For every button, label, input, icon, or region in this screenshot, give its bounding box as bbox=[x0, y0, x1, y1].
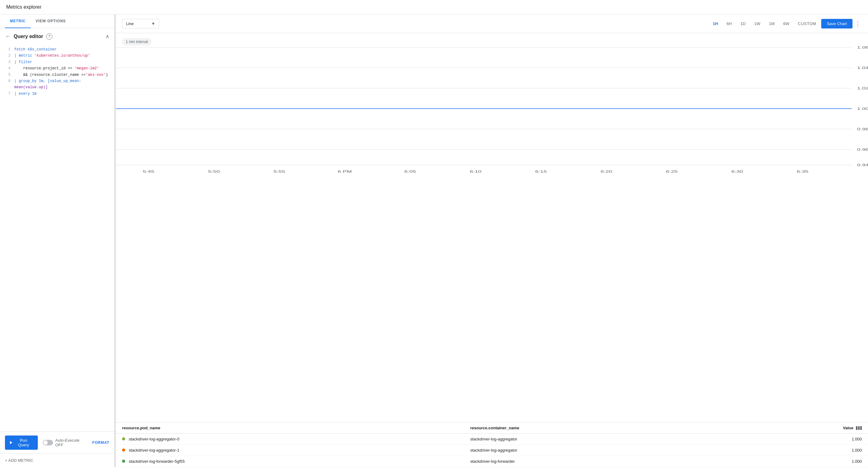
format-button[interactable]: FORMAT bbox=[92, 440, 110, 445]
svg-text:1.04: 1.04 bbox=[857, 66, 868, 70]
chart-area: 1 min interval 1.06 1.04 1.02 1.00 bbox=[116, 33, 868, 422]
row-dot-3 bbox=[122, 460, 125, 463]
container-name-cell: stackdriver-log-aggregator bbox=[470, 437, 818, 441]
time-btn-1w[interactable]: 1W bbox=[751, 20, 764, 28]
data-table: resource.pod_name resource.container_nam… bbox=[116, 422, 868, 467]
tab-metric[interactable]: METRIC bbox=[5, 14, 31, 28]
query-editor-title: Query editor bbox=[13, 34, 43, 39]
svg-text:6:20: 6:20 bbox=[601, 170, 613, 173]
back-arrow-icon[interactable]: ← bbox=[5, 33, 10, 40]
pod-name-cell: stackdriver-log-aggregator-0 bbox=[122, 437, 470, 441]
time-btn-1h[interactable]: 1H bbox=[709, 20, 722, 28]
table-row: stackdriver-log-forwarder-5gf55 stackdri… bbox=[116, 456, 868, 467]
col-pod-name-header: resource.pod_name bbox=[122, 426, 470, 430]
chart-type-select[interactable]: Line ▼ bbox=[122, 19, 159, 29]
col-value-header: Value bbox=[818, 426, 862, 430]
container-name-cell: stackdriver-log-aggregator bbox=[470, 448, 818, 453]
query-editor-section: ← Query editor ? ∧ 1 fetch k8s_container… bbox=[0, 28, 114, 432]
svg-text:0.94: 0.94 bbox=[857, 163, 868, 167]
save-chart-button[interactable]: Save Chart bbox=[821, 19, 852, 29]
chart-svg: 1.06 1.04 1.02 1.00 0.98 0.96 0.94 5:45 … bbox=[116, 38, 868, 174]
tabs-bar: METRIC VIEW OPTIONS bbox=[0, 14, 114, 28]
time-range-buttons: 1H 6H 1D 1W 1M 6W CUSTOM Save Chart ⋮ bbox=[709, 19, 862, 29]
svg-text:6:15: 6:15 bbox=[535, 170, 547, 173]
svg-text:6:35: 6:35 bbox=[797, 170, 808, 173]
code-line-2: 2 | metric 'kubernetes.io/anthos/up' bbox=[5, 53, 110, 59]
pod-name-cell: stackdriver-log-aggregator-1 bbox=[122, 448, 470, 453]
auto-execute-label: Auto-Execute OFF bbox=[56, 438, 87, 447]
chart-type-label: Line bbox=[126, 21, 134, 26]
code-block: 1 fetch k8s_container 2 | metric 'kubern… bbox=[5, 44, 110, 427]
app-header: Metrics explorer bbox=[0, 0, 868, 14]
svg-text:1.02: 1.02 bbox=[857, 86, 868, 90]
svg-text:6:10: 6:10 bbox=[470, 170, 482, 173]
row-dot-1 bbox=[122, 437, 125, 440]
code-line-5: 5 && (resource.cluster_name =='aks-nov') bbox=[5, 72, 110, 78]
svg-text:0.96: 0.96 bbox=[857, 148, 868, 152]
dropdown-arrow-icon: ▼ bbox=[151, 21, 155, 26]
left-panel-bottom: Run Query Auto-Execute OFF FORMAT bbox=[0, 432, 114, 454]
run-query-button[interactable]: Run Query bbox=[5, 435, 38, 450]
more-options-icon[interactable]: ⋮ bbox=[854, 19, 862, 29]
value-cell: 1.000 bbox=[818, 459, 862, 464]
code-line-6: 6 | group_by 1m, [value_up_mean: bbox=[5, 78, 110, 84]
collapse-icon[interactable]: ∧ bbox=[105, 33, 110, 39]
main-layout: METRIC VIEW OPTIONS ← Query editor ? ∧ 1… bbox=[0, 14, 868, 467]
container-name-cell: stackdriver-log-forwarder bbox=[470, 459, 818, 464]
play-icon bbox=[10, 441, 12, 444]
svg-text:5:55: 5:55 bbox=[274, 170, 285, 173]
tab-view-options[interactable]: VIEW OPTIONS bbox=[31, 14, 71, 28]
chart-svg-container: 1.06 1.04 1.02 1.00 0.98 0.96 0.94 5:45 … bbox=[116, 38, 868, 174]
code-line-6b: mean(value.up)] bbox=[5, 84, 110, 90]
time-btn-1d[interactable]: 1D bbox=[737, 20, 749, 28]
auto-execute-group: Auto-Execute OFF bbox=[43, 438, 87, 447]
row-dot-2 bbox=[122, 448, 125, 452]
add-metric-label: + ADD METRIC bbox=[5, 458, 33, 463]
time-btn-6w[interactable]: 6W bbox=[779, 20, 793, 28]
svg-text:1.06: 1.06 bbox=[857, 45, 868, 49]
query-editor-header: ← Query editor ? ∧ bbox=[5, 33, 110, 40]
table-row: stackdriver-log-aggregator-1 stackdriver… bbox=[116, 445, 868, 456]
svg-text:6 PM: 6 PM bbox=[338, 170, 351, 173]
svg-text:6:30: 6:30 bbox=[732, 170, 743, 173]
value-cell: 1.000 bbox=[818, 448, 862, 453]
grid-columns-icon[interactable] bbox=[856, 426, 862, 430]
pod-name-cell: stackdriver-log-forwarder-5gf55 bbox=[122, 459, 470, 464]
query-editor-title-group: ← Query editor ? bbox=[5, 33, 52, 40]
value-cell: 1.000 bbox=[818, 437, 862, 441]
col-container-name-header: resource.container_name bbox=[470, 426, 818, 430]
svg-text:5:45: 5:45 bbox=[143, 170, 155, 173]
table-row: stackdriver-log-aggregator-0 stackdriver… bbox=[116, 434, 868, 445]
table-header: resource.pod_name resource.container_nam… bbox=[116, 423, 868, 434]
code-line-3: 3 | filter bbox=[5, 59, 110, 65]
svg-text:5:50: 5:50 bbox=[208, 170, 220, 173]
interval-badge: 1 min interval bbox=[122, 38, 152, 45]
time-btn-1m[interactable]: 1M bbox=[765, 20, 778, 28]
svg-text:0.98: 0.98 bbox=[857, 127, 868, 131]
code-line-1: 1 fetch k8s_container bbox=[5, 46, 110, 53]
run-query-label: Run Query bbox=[14, 438, 33, 447]
auto-execute-toggle[interactable] bbox=[43, 440, 53, 445]
help-icon[interactable]: ? bbox=[46, 33, 52, 40]
add-metric-bar[interactable]: + ADD METRIC bbox=[0, 454, 114, 467]
svg-text:1.00: 1.00 bbox=[857, 107, 868, 110]
code-line-4: 4 resource.project_id == 'megan-lm2' bbox=[5, 65, 110, 71]
left-panel: METRIC VIEW OPTIONS ← Query editor ? ∧ 1… bbox=[0, 14, 115, 467]
custom-button[interactable]: CUSTOM bbox=[794, 20, 820, 28]
code-line-7: 7 | every 1m bbox=[5, 91, 110, 97]
svg-text:6:05: 6:05 bbox=[404, 170, 416, 173]
app-title: Metrics explorer bbox=[6, 4, 41, 9]
time-btn-6h[interactable]: 6H bbox=[723, 20, 736, 28]
right-panel: Line ▼ 1H 6H 1D 1W 1M 6W CUSTOM Save Cha… bbox=[116, 14, 868, 467]
svg-text:6:25: 6:25 bbox=[666, 170, 678, 173]
chart-toolbar: Line ▼ 1H 6H 1D 1W 1M 6W CUSTOM Save Cha… bbox=[116, 14, 868, 33]
